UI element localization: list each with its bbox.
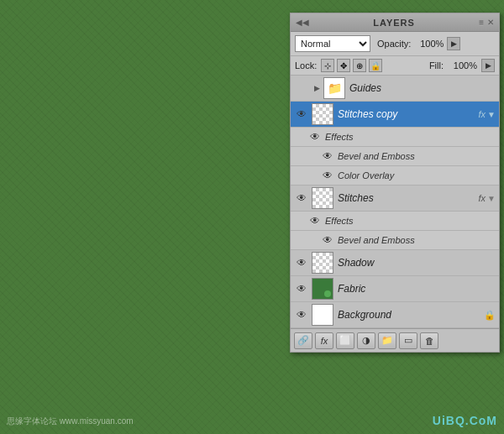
- effect-name-bevel-sc: Bevel and Emboss: [338, 151, 415, 161]
- fx-badge-stitches: fx: [479, 193, 486, 203]
- fx-arrow-stitches-copy: ▼: [487, 110, 496, 119]
- layer-name-stitches-copy: Stitches copy: [338, 108, 475, 120]
- eye-icon-bevel-sc[interactable]: 👁: [320, 149, 335, 164]
- link-layers-btn[interactable]: 🔗: [294, 332, 312, 349]
- new-layer-btn[interactable]: ▭: [399, 332, 417, 349]
- thumb-guides: 📁: [323, 77, 345, 99]
- add-mask-btn[interactable]: ⬜: [336, 332, 354, 349]
- panel-menu-icon[interactable]: ≡: [479, 18, 484, 27]
- expand-guides[interactable]: ▶: [312, 83, 322, 93]
- thumb-stitches: [312, 187, 333, 209]
- lock-move-btn[interactable]: ✥: [337, 59, 350, 72]
- eye-icon-effects-s[interactable]: 👁: [307, 213, 323, 228]
- layer-row-stitches[interactable]: 👁 Stitches fx ▼: [291, 186, 499, 212]
- effect-name-bevel-s: Bevel and Emboss: [338, 235, 415, 245]
- fill-arrow[interactable]: ▶: [481, 59, 495, 72]
- delete-layer-btn[interactable]: 🗑: [420, 332, 438, 349]
- effect-bevel-sc[interactable]: 👁 Bevel and Emboss: [291, 147, 499, 166]
- eye-icon-shadow[interactable]: 👁: [294, 255, 309, 270]
- thumb-shadow: [312, 252, 333, 274]
- fill-label: Fill:: [429, 60, 444, 71]
- lock-icons: ⊹ ✥ ⊕ 🔒: [321, 59, 382, 72]
- effects-header-stitches-copy[interactable]: 👁 Effects: [291, 128, 499, 147]
- blend-mode-select[interactable]: Normal: [295, 35, 370, 52]
- layer-row-guides[interactable]: ▶ 📁 Guides: [291, 76, 499, 102]
- layer-row-background[interactable]: 👁 Background 🔒: [291, 302, 499, 328]
- effects-label-s: Effects: [325, 216, 354, 226]
- blend-mode-row: Normal Opacity: 100% ▶: [291, 32, 499, 56]
- fx-arrow-stitches: ▼: [487, 194, 496, 203]
- lock-all-btn[interactable]: 🔒: [369, 59, 382, 72]
- lock-row: Lock: ⊹ ✥ ⊕ 🔒 Fill: 100% ▶: [291, 56, 499, 76]
- watermark-left: 思缘字体论坛 www.missyuan.com: [7, 416, 134, 427]
- effects-label-sc: Effects: [325, 132, 354, 142]
- effect-color-sc[interactable]: 👁 Color Overlay: [291, 166, 499, 186]
- panel-close-icon[interactable]: ✕: [487, 18, 494, 27]
- eye-icon-fabric[interactable]: 👁: [294, 281, 309, 296]
- panel-collapse-icon[interactable]: ◀◀: [296, 18, 309, 27]
- layers-list[interactable]: ▶ 📁 Guides 👁 Stitches copy fx ▼ 👁 Effect…: [291, 76, 499, 328]
- lock-artboard-btn[interactable]: ⊕: [353, 59, 366, 72]
- add-group-btn[interactable]: 📁: [378, 332, 396, 349]
- panel-toolbar: 🔗 fx ⬜ ◑ 📁 ▭ 🗑: [291, 328, 499, 352]
- collapse-icon[interactable]: ◀◀: [296, 18, 309, 27]
- thumb-background: [312, 304, 333, 326]
- thumb-stitches-copy: [312, 103, 333, 125]
- effect-name-color-sc: Color Overlay: [338, 170, 394, 180]
- watermark-right: UiBQ.CoM: [433, 414, 497, 427]
- eye-icon-guides[interactable]: [294, 81, 309, 96]
- layers-panel: ◀◀ LAYERS ≡ ✕ Normal Opacity: 100% ▶ Loc…: [290, 13, 500, 353]
- panel-titlebar: ◀◀ LAYERS ≡ ✕: [291, 13, 499, 32]
- effect-bevel-s[interactable]: 👁 Bevel and Emboss: [291, 231, 499, 250]
- fill-value: 100%: [448, 60, 477, 71]
- thumb-fabric: [312, 278, 333, 300]
- fx-badge-stitches-copy: fx: [479, 109, 486, 119]
- eye-icon-background[interactable]: 👁: [294, 307, 309, 322]
- opacity-arrow[interactable]: ▶: [447, 37, 460, 50]
- layer-row-stitches-copy[interactable]: 👁 Stitches copy fx ▼: [291, 102, 499, 128]
- opacity-label: Opacity:: [377, 39, 411, 49]
- layer-name-stitches: Stitches: [338, 192, 475, 204]
- lock-icon-background: 🔒: [484, 310, 496, 321]
- layer-name-background: Background: [338, 309, 480, 321]
- add-adjustment-btn[interactable]: ◑: [357, 332, 375, 349]
- eye-icon-bevel-s[interactable]: 👁: [320, 233, 335, 248]
- eye-icon-color-sc[interactable]: 👁: [320, 168, 335, 183]
- lock-label: Lock:: [295, 60, 317, 71]
- layer-name-guides: Guides: [349, 82, 496, 94]
- layer-row-shadow[interactable]: 👁 Shadow: [291, 250, 499, 276]
- lock-checkerboard-btn[interactable]: ⊹: [321, 59, 334, 72]
- layer-name-shadow: Shadow: [338, 257, 496, 269]
- eye-icon-stitches-copy[interactable]: 👁: [294, 107, 309, 122]
- effects-header-stitches[interactable]: 👁 Effects: [291, 212, 499, 231]
- opacity-value: 100%: [414, 39, 444, 49]
- panel-title: LAYERS: [373, 18, 415, 28]
- layer-row-fabric[interactable]: 👁 Fabric: [291, 276, 499, 302]
- layer-name-fabric: Fabric: [338, 283, 496, 295]
- add-fx-btn[interactable]: fx: [315, 332, 333, 349]
- eye-icon-stitches[interactable]: 👁: [294, 191, 309, 206]
- eye-icon-effects-sc[interactable]: 👁: [307, 129, 323, 144]
